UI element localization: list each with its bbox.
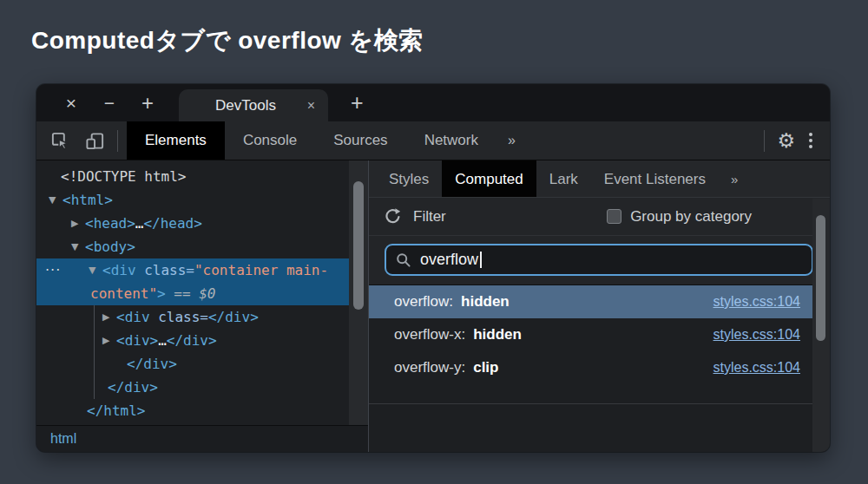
window-tab-bar: × − + DevTools × + bbox=[36, 84, 830, 121]
tree-row-html-close[interactable]: </html> bbox=[36, 399, 368, 422]
property-value: hidden bbox=[461, 293, 510, 311]
source-link[interactable]: styles.css:104 bbox=[713, 294, 800, 310]
group-by-category-checkbox[interactable] bbox=[607, 209, 621, 224]
tree-row-doctype[interactable]: <!DOCTYPE html> bbox=[36, 165, 368, 188]
dollar-zero-hint: == $0 bbox=[166, 285, 216, 302]
tab-title: DevTools bbox=[215, 97, 276, 114]
class-attr-name: class= bbox=[136, 262, 194, 278]
tab-elements[interactable]: Elements bbox=[127, 121, 225, 160]
tree-row-close-div-inner[interactable]: </div> bbox=[36, 352, 368, 376]
elements-panel: <!DOCTYPE html> ▼<html> ▶<head>…</head> … bbox=[36, 160, 369, 452]
computed-search-area: overflow bbox=[369, 236, 830, 285]
devtools-window: × − + DevTools × + Elements Console bbox=[36, 84, 830, 452]
tab-close-icon[interactable]: × bbox=[307, 98, 315, 114]
selected-node-line2: content"> == $0 bbox=[36, 282, 368, 305]
filter-label: Filter bbox=[413, 208, 446, 226]
expander-open-icon[interactable]: ▼ bbox=[49, 188, 62, 212]
head-open-tag: <head> bbox=[85, 215, 135, 232]
breadcrumb-html[interactable]: html bbox=[50, 431, 76, 447]
tab-computed[interactable]: Computed bbox=[442, 160, 536, 197]
property-name: overflow-x: bbox=[394, 326, 465, 343]
div-open-tag: <div bbox=[102, 262, 136, 278]
text-caret bbox=[480, 252, 482, 268]
device-toolbar-icon[interactable] bbox=[85, 131, 105, 151]
breadcrumb-bar: html bbox=[36, 425, 368, 452]
body-open-tag: <body> bbox=[85, 239, 135, 255]
inspect-element-icon[interactable] bbox=[50, 131, 70, 151]
search-icon bbox=[396, 252, 411, 268]
more-panels-chevron[interactable]: » bbox=[496, 121, 527, 160]
new-tab-button[interactable]: + bbox=[351, 90, 364, 115]
expander-closed-icon[interactable]: ▶ bbox=[102, 329, 116, 352]
source-link[interactable]: styles.css:104 bbox=[713, 327, 800, 343]
tab-styles[interactable]: Styles bbox=[376, 160, 442, 197]
search-input-value: overflow bbox=[420, 251, 478, 269]
computed-row-overflow-y[interactable]: overflow-y: clip styles.css:104 bbox=[369, 351, 812, 384]
computed-scrollbar-track[interactable] bbox=[812, 199, 830, 452]
page-title: Computedタブで overflow を検索 bbox=[31, 24, 424, 57]
tab-console[interactable]: Console bbox=[225, 121, 315, 160]
tree-row-selected-container-div[interactable]: ··· ▼<div class="container main- content… bbox=[36, 258, 368, 305]
computed-search-input[interactable]: overflow bbox=[385, 244, 813, 276]
tree-row-head[interactable]: ▶<head>…</head> bbox=[36, 212, 368, 235]
property-value: clip bbox=[473, 359, 498, 376]
window-close-button[interactable]: × bbox=[52, 93, 90, 114]
doctype-text: <!DOCTYPE html> bbox=[61, 168, 187, 185]
head-ellipsis: … bbox=[135, 215, 144, 232]
tree-row-child-div1[interactable]: ▶<div class=</div> bbox=[36, 305, 368, 329]
expander-open-icon[interactable]: ▼ bbox=[71, 235, 85, 258]
tree-row-child-div2[interactable]: ▶<div>…</div> bbox=[36, 329, 368, 352]
group-by-category-label: Group by category bbox=[630, 208, 752, 226]
kebab-menu-icon[interactable] bbox=[800, 128, 821, 154]
expander-closed-icon[interactable]: ▶ bbox=[102, 305, 116, 329]
computed-scrollbar-thumb[interactable] bbox=[816, 215, 825, 341]
window-minimize-button[interactable]: − bbox=[90, 93, 128, 114]
tree-row-html-open[interactable]: ▼<html> bbox=[36, 188, 368, 212]
devtools-toolbar: Elements Console Sources Network » ⚙ bbox=[36, 121, 830, 160]
node-more-actions-icon[interactable]: ··· bbox=[45, 258, 61, 282]
settings-gear-icon[interactable]: ⚙ bbox=[777, 129, 795, 152]
html-open-tag: <html> bbox=[62, 192, 113, 208]
class-attr-value: "container main- bbox=[194, 262, 328, 278]
elements-scrollbar-track[interactable] bbox=[349, 160, 368, 425]
property-name: overflow: bbox=[394, 293, 453, 311]
property-value: hidden bbox=[473, 326, 522, 343]
dom-tree: <!DOCTYPE html> ▼<html> ▶<head>…</head> … bbox=[36, 160, 368, 425]
child-div-close-tag: </div> bbox=[208, 309, 259, 325]
devtools-main: <!DOCTYPE html> ▼<html> ▶<head>…</head> … bbox=[36, 160, 830, 452]
toolbar-spacer bbox=[527, 121, 753, 160]
selected-node-line1: ▼<div class="container main- bbox=[36, 258, 368, 282]
expander-open-icon[interactable]: ▼ bbox=[89, 258, 102, 282]
expander-closed-icon[interactable]: ▶ bbox=[71, 212, 85, 235]
panel-tabs: Elements Console Sources Network » bbox=[127, 121, 527, 160]
computed-row-overflow[interactable]: overflow: hidden styles.css:104 bbox=[369, 285, 812, 318]
refresh-icon[interactable] bbox=[384, 207, 402, 226]
tree-row-close-div-outer[interactable]: </div> bbox=[36, 376, 368, 399]
toolbar-divider-right bbox=[764, 130, 765, 152]
styles-sidebar: Styles Computed Lark Event Listeners » F… bbox=[369, 160, 830, 452]
source-link[interactable]: styles.css:104 bbox=[713, 360, 800, 376]
computed-row-overflow-x[interactable]: overflow-x: hidden styles.css:104 bbox=[369, 318, 812, 351]
computed-results-list: overflow: hidden styles.css:104 overflow… bbox=[369, 285, 812, 384]
child-div2-open-tag: <div> bbox=[116, 332, 158, 349]
property-name: overflow-y: bbox=[394, 359, 465, 376]
indent-guide-line bbox=[94, 305, 95, 399]
tab-event-listeners[interactable]: Event Listeners bbox=[591, 160, 719, 197]
close-div-inner-tag: </div> bbox=[127, 356, 177, 372]
tab-network[interactable]: Network bbox=[406, 121, 496, 160]
class-attr-value-cont: content" bbox=[90, 285, 157, 302]
tab-sources[interactable]: Sources bbox=[315, 121, 405, 160]
results-spacer bbox=[369, 384, 830, 403]
child-div-open-tag: <div bbox=[116, 309, 150, 325]
head-close-tag: </head> bbox=[143, 215, 201, 232]
html-close-tag: </html> bbox=[87, 402, 145, 419]
more-sidebar-tabs-chevron[interactable]: » bbox=[719, 160, 750, 197]
window-controls: × − + bbox=[36, 91, 167, 115]
tab-lark[interactable]: Lark bbox=[536, 160, 591, 197]
close-div-outer-tag: </div> bbox=[108, 379, 158, 396]
child-div2-ellipsis: … bbox=[158, 332, 167, 349]
elements-scrollbar-thumb[interactable] bbox=[353, 181, 364, 310]
devtools-browser-tab[interactable]: DevTools × bbox=[179, 89, 328, 121]
window-maximize-button[interactable]: + bbox=[128, 91, 167, 115]
tree-row-body-open[interactable]: ▼<body> bbox=[36, 235, 368, 258]
